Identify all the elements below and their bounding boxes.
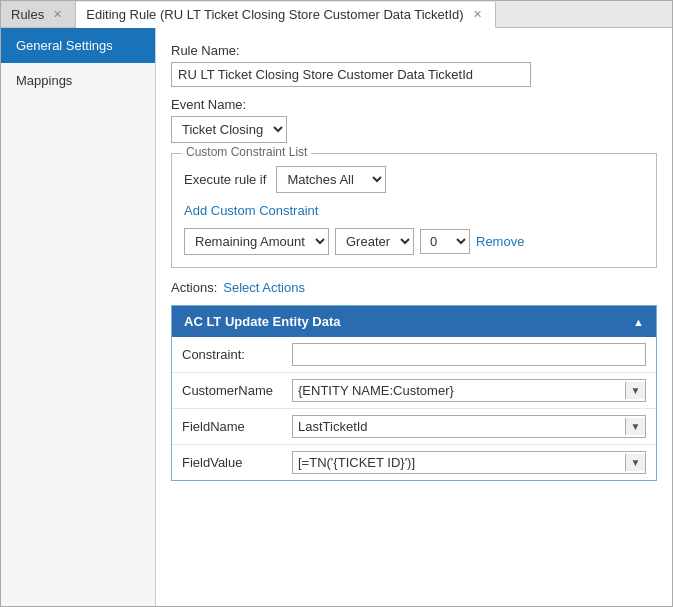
action-fieldvalue-label: FieldValue: [182, 455, 282, 470]
sidebar: General Settings Mappings: [1, 28, 156, 606]
select-actions-link[interactable]: Select Actions: [223, 280, 305, 295]
action-block: AC LT Update Entity Data ▲ Constraint: C…: [171, 305, 657, 481]
action-constraint-label: Constraint:: [182, 347, 282, 362]
matches-all-select[interactable]: Matches All Matches Any: [276, 166, 386, 193]
rule-name-row: Rule Name:: [171, 43, 657, 87]
sidebar-item-general-settings-label: General Settings: [16, 38, 113, 53]
action-fieldvalue-arrow-icon[interactable]: ▼: [625, 454, 645, 471]
remove-constraint-link[interactable]: Remove: [476, 234, 524, 249]
action-constraint-row: Constraint:: [172, 337, 656, 373]
rule-name-input[interactable]: [171, 62, 531, 87]
action-customername-dropdown[interactable]: {ENTITY NAME:Customer} ▼: [292, 379, 646, 402]
tab-rules-close-icon[interactable]: ✕: [50, 7, 65, 22]
execute-label: Execute rule if: [184, 172, 266, 187]
sidebar-item-general-settings[interactable]: General Settings: [1, 28, 155, 63]
actions-row: Actions: Select Actions: [171, 280, 657, 295]
action-customername-label: CustomerName: [182, 383, 282, 398]
action-block-title: AC LT Update Entity Data: [184, 314, 341, 329]
action-fieldname-dropdown[interactable]: LastTicketId ▼: [292, 415, 646, 438]
tab-rules[interactable]: Rules ✕: [1, 1, 76, 27]
sidebar-item-mappings[interactable]: Mappings: [1, 63, 155, 98]
constraint-field-select[interactable]: Remaining Amount: [184, 228, 329, 255]
tab-editing-label: Editing Rule (RU LT Ticket Closing Store…: [86, 7, 463, 22]
action-fieldname-value: LastTicketId: [293, 416, 625, 437]
main-content: General Settings Mappings Rule Name: Eve…: [1, 28, 672, 606]
outer-window: Rules ✕ Editing Rule (RU LT Ticket Closi…: [0, 0, 673, 607]
action-block-body: Constraint: CustomerName {ENTITY NAME:Cu…: [172, 337, 656, 480]
constraint-value-select[interactable]: 0: [420, 229, 470, 254]
constraint-row: Remaining Amount Greater Less Equal 0 Re…: [184, 228, 644, 255]
event-name-row: Event Name: Ticket Closing: [171, 97, 657, 143]
event-name-select[interactable]: Ticket Closing: [171, 116, 287, 143]
action-fieldname-label: FieldName: [182, 419, 282, 434]
action-fieldvalue-value: [=TN('{TICKET ID}')]: [293, 452, 625, 473]
tab-bar: Rules ✕ Editing Rule (RU LT Ticket Closi…: [1, 1, 672, 28]
action-constraint-input[interactable]: [292, 343, 646, 366]
tab-rules-label: Rules: [11, 7, 44, 22]
action-fieldname-arrow-icon[interactable]: ▼: [625, 418, 645, 435]
action-customername-arrow-icon[interactable]: ▼: [625, 382, 645, 399]
actions-label: Actions:: [171, 280, 217, 295]
action-customername-row: CustomerName {ENTITY NAME:Customer} ▼: [172, 373, 656, 409]
action-block-header: AC LT Update Entity Data ▲: [172, 306, 656, 337]
constraint-list-box: Custom Constraint List Execute rule if M…: [171, 153, 657, 268]
action-block-collapse-icon[interactable]: ▲: [633, 316, 644, 328]
tab-editing[interactable]: Editing Rule (RU LT Ticket Closing Store…: [76, 2, 495, 28]
event-name-label: Event Name:: [171, 97, 657, 112]
add-custom-constraint-link[interactable]: Add Custom Constraint: [184, 203, 644, 218]
right-panel: Rule Name: Event Name: Ticket Closing Cu…: [156, 28, 672, 606]
constraint-list-legend: Custom Constraint List: [182, 145, 311, 159]
action-fieldvalue-row: FieldValue [=TN('{TICKET ID}')] ▼: [172, 445, 656, 480]
tab-editing-close-icon[interactable]: ✕: [470, 7, 485, 22]
action-fieldname-row: FieldName LastTicketId ▼: [172, 409, 656, 445]
constraint-operator-select[interactable]: Greater Less Equal: [335, 228, 414, 255]
rule-name-label: Rule Name:: [171, 43, 657, 58]
action-customername-value: {ENTITY NAME:Customer}: [293, 380, 625, 401]
sidebar-item-mappings-label: Mappings: [16, 73, 72, 88]
action-fieldvalue-dropdown[interactable]: [=TN('{TICKET ID}')] ▼: [292, 451, 646, 474]
execute-row: Execute rule if Matches All Matches Any: [184, 166, 644, 193]
